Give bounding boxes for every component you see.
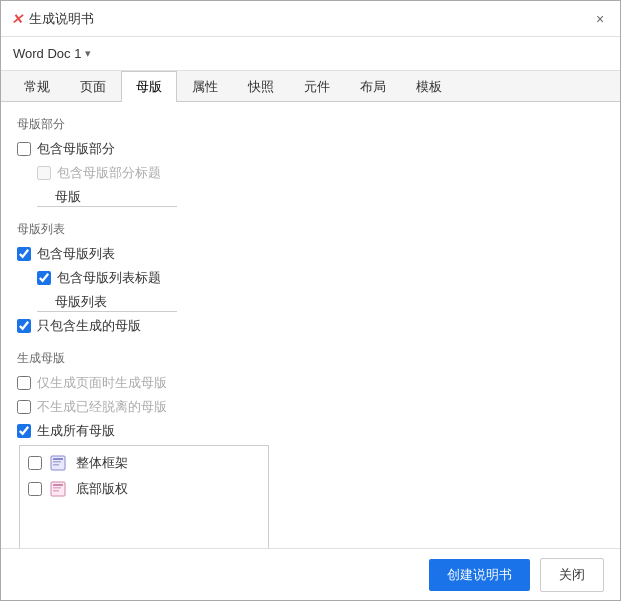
master-list-label: 母版列表 xyxy=(17,221,604,238)
not-detached-text[interactable]: 不生成已经脱离的母版 xyxy=(37,398,167,416)
list-item[interactable]: 底部版权 xyxy=(24,476,264,502)
list-item-1-label[interactable]: 整体框架 xyxy=(76,454,128,472)
list-item-2-icon xyxy=(48,480,70,498)
generate-all-text[interactable]: 生成所有母版 xyxy=(37,422,115,440)
svg-rect-5 xyxy=(53,484,63,486)
list-item[interactable]: 整体框架 xyxy=(24,450,264,476)
include-master-list-title-checkbox[interactable] xyxy=(37,271,51,285)
generate-master-section: 生成母版 仅生成页面时生成母版 不生成已经脱离的母版 生成所有母版 xyxy=(17,350,604,548)
create-button[interactable]: 创建说明书 xyxy=(429,559,530,591)
only-generated-masters-row: 只包含生成的母版 xyxy=(17,316,604,336)
include-master-list-checkbox[interactable] xyxy=(17,247,31,261)
generate-master-label: 生成母版 xyxy=(17,350,604,367)
tab-shortcut[interactable]: 快照 xyxy=(233,71,289,102)
include-master-list-title-text[interactable]: 包含母版列表标题 xyxy=(57,269,161,287)
svg-rect-6 xyxy=(53,487,61,489)
svg-rect-7 xyxy=(53,490,59,492)
include-master-list-title-row: 包含母版列表标题 xyxy=(37,268,604,288)
content-area: 母版部分 包含母版部分 包含母版部分标题 母版列表 包含母版列表 包含母版列表标… xyxy=(1,102,620,548)
include-master-parts-title-checkbox xyxy=(37,166,51,180)
tab-component[interactable]: 元件 xyxy=(289,71,345,102)
master-list-box: 整体框架 底部版权 xyxy=(19,445,269,548)
include-master-parts-title-text: 包含母版部分标题 xyxy=(57,164,161,182)
include-master-parts-text[interactable]: 包含母版部分 xyxy=(37,140,115,158)
title-bar-left: ✕ 生成说明书 xyxy=(11,10,94,28)
svg-rect-3 xyxy=(53,464,59,466)
include-master-parts-row: 包含母版部分 xyxy=(17,139,604,159)
close-icon[interactable]: × xyxy=(590,9,610,29)
tab-general[interactable]: 常规 xyxy=(9,71,65,102)
only-generated-masters-checkbox[interactable] xyxy=(17,319,31,333)
master-parts-input[interactable] xyxy=(37,187,177,207)
include-master-list-row: 包含母版列表 xyxy=(17,244,604,264)
only-on-page-row: 仅生成页面时生成母版 xyxy=(17,373,604,393)
only-generated-masters-text[interactable]: 只包含生成的母版 xyxy=(37,317,141,335)
tab-page[interactable]: 页面 xyxy=(65,71,121,102)
close-button[interactable]: 关闭 xyxy=(540,558,604,592)
master-list-input[interactable] xyxy=(37,292,177,312)
doc-dropdown-icon[interactable]: ▾ xyxy=(85,47,91,60)
svg-rect-2 xyxy=(53,461,61,463)
list-item-1-icon xyxy=(48,454,70,472)
footer: 创建说明书 关闭 xyxy=(1,548,620,600)
list-item-2-label[interactable]: 底部版权 xyxy=(76,480,128,498)
generate-all-row: 生成所有母版 xyxy=(17,421,604,441)
include-master-parts-title-row: 包含母版部分标题 xyxy=(37,163,604,183)
list-item-1-checkbox[interactable] xyxy=(28,456,42,470)
include-master-parts-checkbox[interactable] xyxy=(17,142,31,156)
master-list-section: 母版列表 包含母版列表 包含母版列表标题 只包含生成的母版 xyxy=(17,221,604,336)
generate-all-checkbox[interactable] xyxy=(17,424,31,438)
tab-layout[interactable]: 布局 xyxy=(345,71,401,102)
app-logo-icon: ✕ xyxy=(11,11,23,27)
main-dialog: ✕ 生成说明书 × Word Doc 1 ▾ 常规 页面 母版 属性 快照 元件… xyxy=(0,0,621,601)
only-on-page-checkbox[interactable] xyxy=(17,376,31,390)
not-detached-row: 不生成已经脱离的母版 xyxy=(17,397,604,417)
tab-property[interactable]: 属性 xyxy=(177,71,233,102)
doc-name: Word Doc 1 xyxy=(13,46,81,61)
svg-rect-1 xyxy=(53,458,63,460)
tab-master[interactable]: 母版 xyxy=(121,71,177,102)
list-item-2-checkbox[interactable] xyxy=(28,482,42,496)
title-bar: ✕ 生成说明书 × xyxy=(1,1,620,37)
doc-selector: Word Doc 1 ▾ xyxy=(1,37,620,71)
master-parts-section: 母版部分 包含母版部分 包含母版部分标题 xyxy=(17,116,604,207)
tab-template[interactable]: 模板 xyxy=(401,71,457,102)
master-parts-label: 母版部分 xyxy=(17,116,604,133)
tab-bar: 常规 页面 母版 属性 快照 元件 布局 模板 xyxy=(1,71,620,102)
dialog-title: 生成说明书 xyxy=(29,10,94,28)
not-detached-checkbox[interactable] xyxy=(17,400,31,414)
only-on-page-text[interactable]: 仅生成页面时生成母版 xyxy=(37,374,167,392)
include-master-list-text[interactable]: 包含母版列表 xyxy=(37,245,115,263)
